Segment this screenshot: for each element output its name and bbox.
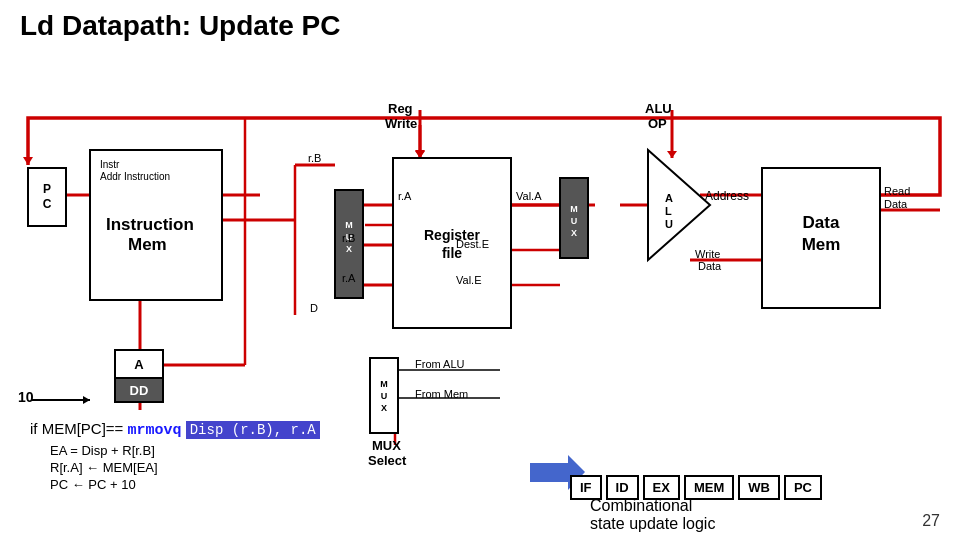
svg-rect-51 [560, 178, 588, 258]
svg-text:U: U [381, 391, 388, 401]
svg-text:A: A [134, 357, 144, 372]
svg-marker-29 [415, 151, 425, 158]
svg-marker-55 [648, 150, 710, 260]
svg-text:Dest.E: Dest.E [456, 238, 489, 250]
svg-text:Data: Data [884, 198, 908, 210]
eq1: EA = Disp + R[r.B] [50, 443, 320, 458]
svg-text:Data: Data [698, 260, 722, 272]
svg-text:r.A: r.A [398, 190, 412, 202]
svg-text:r.A: r.A [342, 272, 356, 284]
svg-text:Read: Read [884, 185, 910, 197]
slide-number: 27 [922, 512, 940, 530]
disp-highlight-text: Disp (r.B), r.A [186, 421, 320, 439]
svg-text:Addr  Instruction: Addr Instruction [100, 171, 170, 182]
svg-text:U: U [346, 232, 353, 242]
svg-text:L: L [665, 205, 672, 217]
svg-text:C: C [43, 197, 52, 211]
comb-line1: Combinational [590, 497, 715, 515]
svg-text:From Mem: From Mem [415, 388, 468, 400]
svg-text:Write: Write [385, 116, 417, 131]
svg-text:X: X [571, 228, 577, 238]
eq3: PC ← PC + 10 [50, 477, 320, 492]
svg-text:Address: Address [705, 189, 749, 203]
svg-text:Val.A: Val.A [516, 190, 542, 202]
svg-text:Instr: Instr [100, 159, 120, 170]
svg-rect-35 [90, 150, 222, 300]
svg-text:P: P [43, 182, 51, 196]
svg-marker-31 [667, 151, 677, 158]
svg-text:r.B: r.B [342, 232, 355, 244]
svg-text:M: M [345, 220, 353, 230]
svg-text:From ALU: From ALU [415, 358, 465, 370]
svg-text:MUX: MUX [372, 438, 401, 453]
svg-text:Val.E: Val.E [456, 274, 481, 286]
svg-rect-42 [115, 378, 163, 402]
svg-text:OP: OP [648, 116, 667, 131]
svg-text:U: U [665, 218, 673, 230]
svg-rect-62 [370, 358, 398, 433]
svg-text:DD: DD [130, 383, 149, 398]
svg-text:10: 10 [18, 389, 34, 405]
svg-text:X: X [381, 403, 387, 413]
comb-state-label: Combinational state update logic [590, 497, 715, 533]
mrmovq-keyword: mrmovq [128, 422, 182, 439]
stage-wb: WB [738, 475, 780, 500]
stage-pc: PC [784, 475, 822, 500]
bottom-instruction-area: if MEM[PC]== mrmovq Disp (r.B), r.A EA =… [30, 420, 320, 492]
svg-text:X: X [346, 244, 352, 254]
svg-text:Reg: Reg [388, 101, 413, 116]
svg-text:Mem: Mem [128, 235, 167, 254]
svg-text:Select: Select [368, 453, 407, 468]
svg-marker-89 [83, 396, 90, 404]
svg-text:Mem: Mem [802, 235, 841, 254]
svg-text:D: D [310, 302, 318, 314]
svg-rect-40 [115, 350, 163, 378]
page-title: Ld Datapath: Update PC [0, 0, 960, 52]
svg-text:Write: Write [695, 248, 720, 260]
svg-text:A: A [665, 192, 673, 204]
if-text: if MEM[PC]== [30, 420, 123, 437]
comb-line2: state update logic [590, 515, 715, 533]
svg-rect-59 [762, 168, 880, 308]
svg-text:Register: Register [424, 227, 481, 243]
svg-text:r.B: r.B [308, 152, 321, 164]
eq2: R[r.A] ← MEM[EA] [50, 460, 320, 475]
svg-text:U: U [571, 216, 578, 226]
svg-rect-48 [393, 158, 511, 328]
svg-marker-3 [415, 150, 425, 158]
svg-text:Instruction: Instruction [106, 215, 194, 234]
svg-marker-4 [23, 157, 33, 165]
svg-text:M: M [570, 204, 578, 214]
svg-text:M: M [380, 379, 388, 389]
svg-text:file: file [442, 245, 462, 261]
svg-text:Data: Data [803, 213, 840, 232]
svg-text:ALU: ALU [645, 101, 672, 116]
svg-rect-44 [335, 190, 363, 298]
svg-rect-32 [28, 168, 66, 226]
instruction-line: if MEM[PC]== mrmovq Disp (r.B), r.A [30, 420, 320, 439]
